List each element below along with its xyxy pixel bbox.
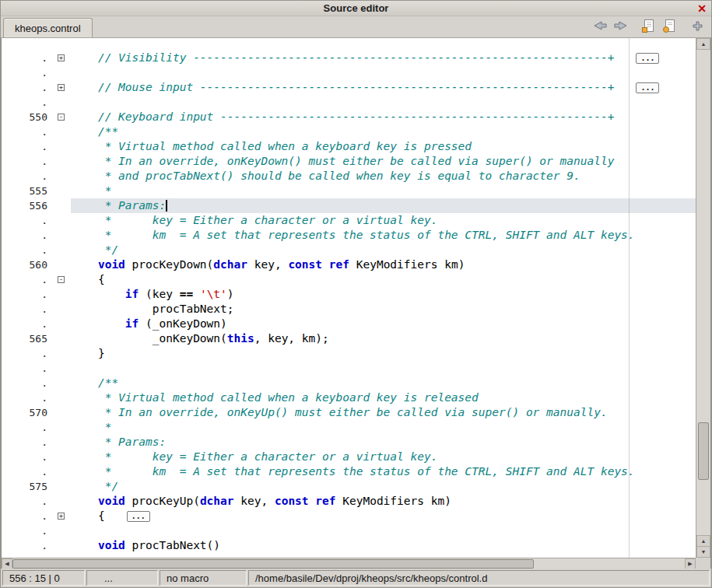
fold-gutter [54, 523, 71, 538]
save-file-button[interactable] [638, 19, 659, 36]
line-number: . [2, 272, 54, 287]
vertical-scrollbar[interactable]: ▲ ▲ ▼ [696, 38, 710, 558]
fold-toggle-icon[interactable]: + [58, 84, 65, 91]
fold-gutter [54, 65, 71, 80]
code-text[interactable]: void procKeyDown(dchar key, const ref Ke… [71, 257, 696, 272]
vertical-scroll-thumb[interactable] [698, 422, 709, 479]
code-text[interactable] [71, 95, 696, 110]
fold-gutter [54, 213, 71, 228]
code-text[interactable]: * km = A set that represents the status … [71, 464, 696, 479]
code-text[interactable]: // Keyboard input ----------------------… [71, 110, 696, 124]
editor-lines[interactable]: .+ // Visibility -----------------------… [2, 38, 696, 558]
code-text[interactable] [71, 523, 696, 538]
tab-kheops-control[interactable]: kheops.control [3, 18, 93, 37]
code-text[interactable]: // Visibility --------------------------… [71, 51, 696, 65]
code-text[interactable]: * km = A set that represents the status … [71, 228, 696, 243]
detach-editor-button[interactable] [687, 19, 708, 36]
code-text[interactable]: * [71, 184, 696, 198]
line-number: 565 [2, 331, 54, 346]
fold-toggle-icon[interactable]: - [58, 114, 65, 121]
code-text[interactable]: */ [71, 479, 696, 494]
code-text[interactable]: * Params: [71, 435, 696, 450]
code-line: . * In an override, onKeyDown() must eit… [2, 154, 696, 169]
code-line: . * Virtual method called when a keyboar… [2, 139, 696, 154]
fold-gutter [54, 390, 71, 405]
code-line: . procTabNext; [2, 302, 696, 317]
window-title: Source editor [324, 2, 389, 14]
tab-bar: kheops.control [1, 16, 711, 38]
line-number: . [2, 65, 54, 80]
code-text[interactable]: // Mouse input -------------------------… [71, 80, 696, 95]
code-text[interactable]: void procTabNext() [71, 538, 696, 553]
line-number: . [2, 287, 54, 302]
fold-toggle-icon[interactable]: - [58, 276, 65, 283]
code-line: 560 void procKeyDown(dchar key, const re… [2, 257, 696, 272]
code-line: .+ {... [2, 509, 696, 523]
code-line: . void procKeyUp(dchar key, const ref Ke… [2, 494, 696, 509]
go-forward-button[interactable] [610, 19, 631, 36]
code-text[interactable]: * In an override, onKeyDown() must eithe… [71, 154, 696, 169]
code-text[interactable] [71, 361, 696, 376]
fold-gutter [54, 346, 71, 361]
code-text[interactable]: void procKeyUp(dchar key, const ref KeyM… [71, 494, 696, 509]
code-text[interactable]: * Virtual method called when a keyboard … [71, 390, 696, 405]
close-icon[interactable]: ✕ [697, 2, 707, 16]
scroll-up-icon[interactable]: ▲ [696, 38, 710, 50]
editor-area: .+ // Visibility -----------------------… [1, 38, 711, 570]
horizontal-scroll-thumb[interactable] [12, 559, 534, 569]
save-file-as-button[interactable] [659, 19, 680, 36]
code-text[interactable]: * [71, 420, 696, 435]
collapsed-fold-indicator[interactable]: ... [636, 53, 659, 64]
code-text[interactable]: * key = Either a character or a virtual … [71, 450, 696, 464]
code-text[interactable]: } [71, 346, 696, 361]
line-number: 550 [2, 110, 54, 124]
titlebar[interactable]: Source editor ✕ [1, 1, 711, 16]
scroll-up-icon[interactable]: ▲ [696, 535, 710, 547]
horizontal-scrollbar[interactable]: ◀ ▶ [2, 558, 696, 569]
code-line: .+ // Visibility -----------------------… [2, 51, 696, 65]
line-number: . [2, 538, 54, 553]
code-line: . * key = Either a character or a virtua… [2, 450, 696, 464]
code-text[interactable]: * In an override, onKeyUp() must either … [71, 405, 696, 420]
code-text[interactable]: procTabNext; [71, 302, 696, 317]
line-number: . [2, 169, 54, 184]
collapsed-fold-indicator[interactable]: ... [127, 511, 150, 522]
code-line: . * km = A set that represents the statu… [2, 464, 696, 479]
code-text[interactable]: /** [71, 124, 696, 139]
code-text[interactable]: * and procTabNext() should be called whe… [71, 169, 696, 184]
scroll-left-icon[interactable]: ◀ [2, 558, 12, 569]
code-text[interactable]: {... [71, 509, 696, 523]
code-text[interactable]: if (key == '\t') [71, 287, 696, 302]
line-number: . [2, 243, 54, 257]
code-line: . [2, 523, 696, 538]
code-text[interactable]: { [71, 272, 696, 287]
code-text[interactable]: * key = Either a character or a virtual … [71, 213, 696, 228]
fold-gutter [54, 420, 71, 435]
detach-editor-icon [692, 20, 703, 35]
code-line: . } [2, 346, 696, 361]
fold-gutter: + [54, 80, 71, 95]
collapsed-fold-indicator[interactable]: ... [636, 82, 659, 93]
code-text[interactable]: * Virtual method called when a keyboard … [71, 139, 696, 154]
line-number: . [2, 435, 54, 450]
fold-gutter: + [54, 509, 71, 523]
fold-toggle-icon[interactable]: + [58, 54, 65, 61]
line-number: . [2, 361, 54, 376]
fold-gutter: + [54, 51, 71, 65]
code-text[interactable]: * Params: [71, 198, 696, 213]
line-number: . [2, 494, 54, 509]
line-number: 575 [2, 479, 54, 494]
code-text[interactable]: */ [71, 243, 696, 257]
code-text[interactable] [71, 65, 696, 80]
go-back-button[interactable] [589, 19, 610, 36]
fold-gutter [54, 184, 71, 198]
fold-toggle-icon[interactable]: + [58, 513, 65, 520]
text-caret [166, 200, 167, 212]
fold-gutter [54, 287, 71, 302]
code-line: . if (key == '\t') [2, 287, 696, 302]
code-text[interactable]: if (_onKeyDown) [71, 317, 696, 331]
code-text[interactable]: _onKeyDown(this, key, km); [71, 331, 696, 346]
scroll-right-icon[interactable]: ▶ [685, 558, 696, 569]
code-text[interactable]: /** [71, 376, 696, 390]
scroll-down-icon[interactable]: ▼ [696, 546, 710, 558]
